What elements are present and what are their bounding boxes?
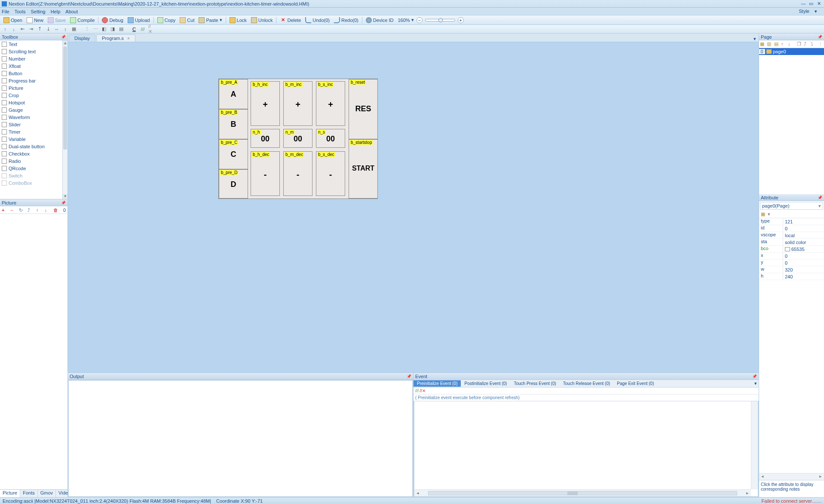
align-bottom-icon[interactable]: ⤓ xyxy=(45,26,52,33)
attribute-row[interactable]: y0 xyxy=(759,260,824,266)
page-copy-icon[interactable]: ❐ xyxy=(797,41,802,47)
picture-export-icon[interactable]: ⤴ xyxy=(28,208,33,213)
align-left-icon[interactable]: ⇤ xyxy=(19,26,26,33)
toolbox-scrollbar[interactable]: ▴ ▾ xyxy=(62,40,67,199)
comp-b-m-inc[interactable]: b_m_inc+ xyxy=(283,81,312,126)
uncomment-icon[interactable]: //✕ xyxy=(420,388,426,393)
uncomment-icon[interactable]: //✕ xyxy=(148,26,155,33)
copy-button[interactable]: Copy xyxy=(156,17,178,24)
toolbox-item[interactable]: Waveform xyxy=(0,113,62,121)
comp-b-h-dec[interactable]: b_h_dec- xyxy=(251,151,280,196)
toolbox-item[interactable]: Picture xyxy=(0,84,62,92)
attribute-row[interactable]: vscopelocal xyxy=(759,232,824,239)
menu-style[interactable]: Style▾ xyxy=(799,9,817,14)
toolbox-item[interactable]: Slider xyxy=(0,121,62,128)
comp-b-m-dec[interactable]: b_m_dec- xyxy=(283,151,312,196)
attribute-scrollbar[interactable]: ◂▸ xyxy=(759,473,824,480)
attr-value[interactable]: 0 xyxy=(783,260,824,266)
attr-categorize-icon[interactable]: ▦ xyxy=(761,211,765,217)
paste-button[interactable]: Paste ▾ xyxy=(197,17,224,24)
toolbox-item[interactable]: QRcode xyxy=(0,165,62,172)
open-button[interactable]: Open xyxy=(2,17,24,24)
debug-button[interactable]: Debug xyxy=(100,17,125,24)
close-button[interactable]: ✕ xyxy=(815,1,822,7)
attribute-row[interactable]: bco65535 xyxy=(759,246,824,253)
grid-icon[interactable]: ▤ xyxy=(118,26,125,33)
toolbox-item[interactable]: ComboBox xyxy=(0,179,62,186)
delete-button[interactable]: ✕Delete xyxy=(278,17,303,24)
tabs-menu-icon[interactable]: ▾ xyxy=(754,36,756,42)
page-up-icon[interactable]: ↑ xyxy=(781,41,786,47)
upload-button[interactable]: Upload xyxy=(126,17,152,24)
left-tab[interactable]: Fonts xyxy=(20,490,38,497)
picture-refresh-icon[interactable]: ↻ xyxy=(19,208,24,213)
toolbox-item[interactable]: Number xyxy=(0,55,62,62)
event-tabs-menu-icon[interactable]: ▾ xyxy=(754,381,757,386)
picture-add-icon[interactable]: + xyxy=(2,208,7,213)
page-item[interactable]: 0page0 xyxy=(759,48,824,55)
toolbox-item[interactable]: Button xyxy=(0,70,62,77)
page-add-icon[interactable]: ▦ xyxy=(760,41,765,47)
device-id-button[interactable]: Device ID xyxy=(364,17,395,24)
event-scrollbar-v[interactable] xyxy=(751,401,758,489)
attr-value[interactable]: 0 xyxy=(783,225,824,232)
unlock-button[interactable]: Unlock xyxy=(249,17,275,24)
comp-n-h[interactable]: n_h00 xyxy=(251,129,280,148)
event-scrollbar-h[interactable]: ◂▸ xyxy=(414,489,751,496)
attr-value[interactable]: 320 xyxy=(783,266,824,273)
toolbox-item[interactable]: Checkbox xyxy=(0,150,62,157)
bring-front-icon[interactable]: ◧ xyxy=(101,26,107,33)
attribute-row[interactable]: x0 xyxy=(759,253,824,260)
attr-value[interactable]: 121 xyxy=(783,218,824,225)
toolbox-item[interactable]: Crop xyxy=(0,92,62,99)
attr-sort-icon[interactable]: ▾ xyxy=(768,211,770,217)
menu-about[interactable]: About xyxy=(65,9,78,14)
zoom-in-button[interactable]: + xyxy=(458,17,464,23)
align-top-icon[interactable]: ⤒ xyxy=(36,26,43,33)
comp-b-s-inc[interactable]: b_s_inc+ xyxy=(316,81,345,126)
picture-up-icon[interactable]: ↑ xyxy=(36,208,41,213)
align-right-icon[interactable]: ⇥ xyxy=(28,26,34,33)
page-lock-icon[interactable]: ⤵ xyxy=(811,41,816,47)
undo-button[interactable]: Undo(0) xyxy=(303,17,331,24)
page-insert-icon[interactable]: ▥ xyxy=(767,41,772,47)
comp-b-startstop[interactable]: b_startstopSTART xyxy=(349,139,378,199)
comp-b-reset[interactable]: b_resetRES xyxy=(349,79,378,139)
left-tab[interactable]: Picture xyxy=(0,490,20,497)
toolbox-item[interactable]: Variable xyxy=(0,135,62,143)
event-tab[interactable]: Page Exit Event (0) xyxy=(613,380,657,387)
cut-button[interactable]: Cut xyxy=(178,17,196,24)
code-c-icon[interactable]: C xyxy=(131,26,138,33)
pin-icon[interactable]: 📌 xyxy=(61,201,66,205)
attr-value[interactable]: 240 xyxy=(783,273,824,280)
comp-b-pre-c[interactable]: b_pre_CC xyxy=(219,139,248,169)
tab-display[interactable]: Display xyxy=(69,34,95,42)
attribute-row[interactable]: type121 xyxy=(759,218,824,225)
arrow-up-icon[interactable]: ↑ xyxy=(2,26,9,33)
same-size-icon[interactable]: ▦ xyxy=(70,26,77,33)
send-back-icon[interactable]: ◨ xyxy=(109,26,116,33)
dist-h-icon[interactable]: ⋮ xyxy=(83,26,90,33)
picture-remove-icon[interactable]: − xyxy=(10,208,15,213)
same-width-icon[interactable]: ↔ xyxy=(53,26,60,33)
toolbox-item[interactable]: Gauge xyxy=(0,106,62,113)
close-icon[interactable]: × xyxy=(127,36,130,41)
event-tab[interactable]: Postinitialize Event (0) xyxy=(461,380,510,387)
same-height-icon[interactable]: ↕ xyxy=(62,26,69,33)
toolbox-item[interactable]: Timer xyxy=(0,128,62,135)
attr-value[interactable]: 65535 xyxy=(783,246,824,252)
comp-b-pre-d[interactable]: b_pre_DD xyxy=(219,169,248,199)
toolbox-item[interactable]: Xfloat xyxy=(0,62,62,70)
pin-icon[interactable]: 📌 xyxy=(61,35,66,39)
redo-button[interactable]: Redo(0) xyxy=(332,17,360,24)
minimize-button[interactable]: — xyxy=(800,1,807,7)
toolbox-item[interactable]: Switch xyxy=(0,172,62,179)
pin-icon[interactable]: 📌 xyxy=(818,195,822,200)
page-del-icon[interactable]: ▤ xyxy=(774,41,779,47)
picture-delete-icon[interactable]: 🗑 xyxy=(53,208,58,213)
comp-n-m[interactable]: n_m00 xyxy=(283,129,312,148)
attribute-row[interactable]: h240 xyxy=(759,273,824,280)
page-more-icon[interactable]: ⋮ xyxy=(818,41,823,47)
maximize-button[interactable]: ▭ xyxy=(808,1,815,7)
arrow-down-icon[interactable]: ↓ xyxy=(10,26,17,33)
